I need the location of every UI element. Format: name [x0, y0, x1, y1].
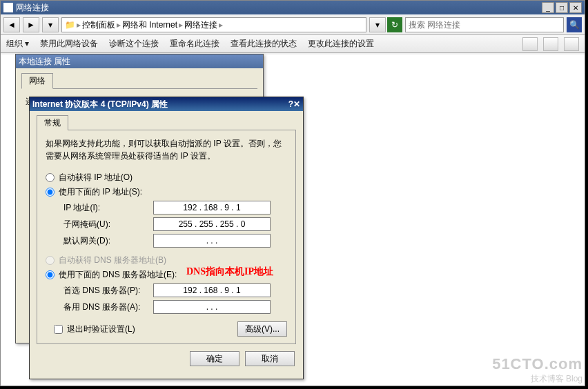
radio-auto-ip[interactable] [46, 173, 55, 182]
radio-auto-dns [46, 256, 55, 265]
radio-auto-dns-label: 自动获得 DNS 服务器地址(B) [59, 255, 166, 266]
maximize-button[interactable]: □ [556, 2, 568, 13]
recent-button[interactable]: ▾ [42, 17, 59, 32]
cmd-diagnose[interactable]: 诊断这个连接 [109, 38, 159, 50]
explorer-titlebar: 网络连接 _ □ ✕ [1, 1, 585, 14]
tab-network[interactable]: 网络 [21, 73, 53, 89]
tab-general[interactable]: 常规 [37, 115, 68, 130]
breadcrumb-part[interactable]: 控制面板 [82, 19, 115, 31]
prop-title-text: 本地连接 属性 [19, 56, 70, 68]
radio-manual-ip-label: 使用下面的 IP 地址(S): [59, 186, 142, 198]
ipv4-properties-dialog: Internet 协议版本 4 (TCP/IPv4) 属性 ? ✕ 常规 如果网… [29, 97, 304, 379]
ipv4-titlebar: Internet 协议版本 4 (TCP/IPv4) 属性 ? ✕ [30, 97, 303, 111]
view-dropdown[interactable] [543, 37, 558, 51]
cmd-disable[interactable]: 禁用此网络设备 [40, 38, 98, 50]
back-button[interactable]: ◄ [3, 17, 20, 32]
dns-fields: 首选 DNS 服务器(P): 192 . 168 . 9 . 1 备用 DNS … [58, 283, 286, 314]
subnet-mask-label: 子网掩码(U): [63, 219, 153, 230]
dns1-input[interactable]: 192 . 168 . 9 . 1 [153, 283, 271, 297]
ok-button[interactable]: 确定 [190, 351, 239, 366]
search-button[interactable]: 🔍 [567, 17, 582, 32]
cmd-rename[interactable]: 重命名此连接 [170, 38, 219, 50]
radio-manual-ip[interactable] [46, 188, 55, 197]
watermark-domain: 51CTO.com [492, 355, 582, 373]
refresh-dropdown[interactable]: ▾ [369, 17, 386, 32]
advanced-button[interactable]: 高级(V)... [237, 321, 287, 337]
address-bar[interactable]: 📁 ▸ 控制面板 ▸ 网络和 Internet ▸ 网络连接 ▸ [61, 17, 366, 32]
radio-auto-ip-label: 自动获得 IP 地址(O) [59, 172, 133, 183]
search-input[interactable] [409, 20, 560, 30]
help-button[interactable]: ? [288, 99, 293, 109]
radio-manual-dns-label: 使用下面的 DNS 服务器地址(E): [59, 269, 177, 281]
explorer-navbar: ◄ ► ▾ 📁 ▸ 控制面板 ▸ 网络和 Internet ▸ 网络连接 ▸ ▾… [1, 14, 585, 35]
window-title: 网络连接 [16, 2, 49, 14]
help-button[interactable] [564, 37, 579, 51]
ipv4-tabs: 常规 [37, 115, 296, 130]
view-button[interactable] [522, 37, 538, 51]
cancel-button[interactable]: 取消 [245, 351, 295, 366]
ipv4-title-text: Internet 协议版本 4 (TCP/IPv4) 属性 [32, 99, 168, 110]
cmd-organize[interactable]: 组织 ▾ [6, 38, 29, 50]
close-button[interactable]: ✕ [569, 2, 582, 13]
gateway-input[interactable]: . . . [153, 234, 271, 248]
annotation-text: DNS指向本机IP地址 [186, 266, 273, 278]
window-icon [3, 3, 13, 12]
close-button[interactable]: ✕ [293, 99, 300, 109]
subnet-mask-input[interactable]: 255 . 255 . 255 . 0 [153, 217, 271, 231]
breadcrumb-part[interactable]: 网络和 Internet [122, 19, 177, 31]
validate-checkbox[interactable] [54, 325, 63, 334]
command-bar: 组织 ▾ 禁用此网络设备 诊断这个连接 重命名此连接 查看此连接的状态 更改此连… [1, 35, 585, 53]
cmd-status[interactable]: 查看此连接的状态 [231, 38, 297, 50]
gateway-label: 默认网关(D): [63, 235, 153, 247]
radio-manual-dns[interactable] [46, 270, 55, 279]
ip-address-input[interactable]: 192 . 168 . 9 . 1 [153, 201, 271, 215]
dialog-buttons: 确定 取消 [38, 351, 295, 366]
search-bar[interactable] [405, 17, 564, 32]
prop-titlebar: 本地连接 属性 [16, 54, 263, 68]
watermark-sub: 技术博客 Blog [492, 373, 582, 385]
dns2-input[interactable]: . . . [153, 300, 271, 314]
cmd-change[interactable]: 更改此连接的设置 [308, 38, 374, 50]
ip-address-label: IP 地址(I): [63, 202, 153, 214]
forward-button[interactable]: ► [23, 17, 39, 32]
validate-label: 退出时验证设置(L) [67, 323, 135, 335]
ipv4-description: 如果网络支持此功能，则可以获取自动指派的 IP 设置。否则，您需要从网络系统管理… [46, 137, 287, 162]
folder-icon: 📁 [65, 20, 75, 30]
breadcrumb-part[interactable]: 网络连接 [184, 19, 217, 31]
dns1-label: 首选 DNS 服务器(P): [63, 285, 153, 297]
refresh-button[interactable]: ↻ [387, 17, 402, 32]
ipv4-content: 如果网络支持此功能，则可以获取自动指派的 IP 设置。否则，您需要从网络系统管理… [37, 130, 296, 344]
dns2-label: 备用 DNS 服务器(A): [63, 301, 153, 313]
minimize-button[interactable]: _ [542, 2, 554, 13]
prop-tabs: 网络 [21, 72, 257, 89]
ip-fields: IP 地址(I): 192 . 168 . 9 . 1 子网掩码(U): 255… [58, 201, 286, 248]
watermark: 51CTO.com 技术博客 Blog [492, 355, 582, 385]
